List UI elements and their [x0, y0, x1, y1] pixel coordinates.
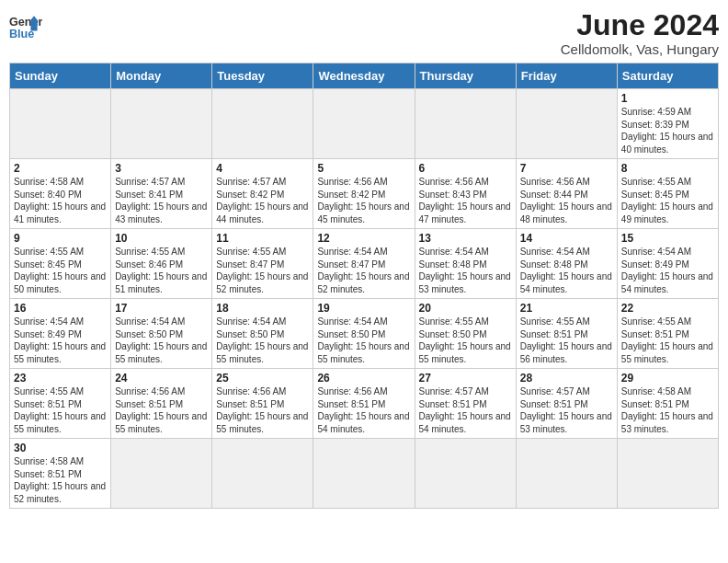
- calendar-cell: [516, 439, 617, 509]
- day-info: Sunrise: 4:54 AM Sunset: 8:49 PM Dayligh…: [621, 246, 714, 295]
- calendar-cell: 16Sunrise: 4:54 AM Sunset: 8:49 PM Dayli…: [10, 299, 111, 369]
- page-title: June 2024: [561, 9, 719, 41]
- day-number: 16: [14, 302, 107, 315]
- day-info: Sunrise: 4:56 AM Sunset: 8:43 PM Dayligh…: [419, 176, 512, 225]
- calendar-cell: 1Sunrise: 4:59 AM Sunset: 8:39 PM Daylig…: [617, 89, 718, 159]
- page-header: General Blue June 2024 Celldomolk, Vas, …: [9, 9, 719, 57]
- calendar-cell: [617, 439, 718, 509]
- calendar-cell: [313, 439, 415, 509]
- calendar-cell: [415, 439, 516, 509]
- calendar-cell: 13Sunrise: 4:54 AM Sunset: 8:48 PM Dayli…: [415, 229, 516, 299]
- logo-icon: General Blue: [9, 9, 42, 42]
- day-number: 14: [520, 232, 613, 245]
- calendar-cell: 9Sunrise: 4:55 AM Sunset: 8:45 PM Daylig…: [10, 229, 111, 299]
- header-day-friday: Friday: [516, 63, 617, 89]
- day-number: 28: [520, 372, 613, 385]
- day-info: Sunrise: 4:57 AM Sunset: 8:42 PM Dayligh…: [216, 176, 309, 225]
- calendar-cell: 21Sunrise: 4:55 AM Sunset: 8:51 PM Dayli…: [516, 299, 617, 369]
- day-info: Sunrise: 4:57 AM Sunset: 8:51 PM Dayligh…: [419, 385, 512, 435]
- day-info: Sunrise: 4:57 AM Sunset: 8:51 PM Dayligh…: [520, 385, 613, 435]
- day-number: 6: [419, 162, 512, 175]
- calendar-cell: 23Sunrise: 4:55 AM Sunset: 8:51 PM Dayli…: [10, 369, 111, 439]
- calendar-cell: 27Sunrise: 4:57 AM Sunset: 8:51 PM Dayli…: [415, 369, 516, 439]
- calendar-cell: [10, 89, 111, 159]
- day-number: 27: [419, 372, 512, 385]
- calendar-cell: 15Sunrise: 4:54 AM Sunset: 8:49 PM Dayli…: [617, 229, 718, 299]
- day-number: 19: [317, 302, 410, 315]
- day-info: Sunrise: 4:57 AM Sunset: 8:41 PM Dayligh…: [115, 176, 208, 225]
- day-info: Sunrise: 4:54 AM Sunset: 8:50 PM Dayligh…: [216, 316, 309, 365]
- calendar-cell: 30Sunrise: 4:58 AM Sunset: 8:51 PM Dayli…: [10, 439, 111, 509]
- calendar-cell: [212, 439, 313, 509]
- page-subtitle: Celldomolk, Vas, Hungary: [561, 41, 719, 57]
- day-number: 1: [621, 92, 714, 105]
- calendar-week-4: 23Sunrise: 4:55 AM Sunset: 8:51 PM Dayli…: [10, 369, 719, 439]
- day-info: Sunrise: 4:55 AM Sunset: 8:45 PM Dayligh…: [621, 176, 714, 225]
- day-info: Sunrise: 4:54 AM Sunset: 8:48 PM Dayligh…: [419, 246, 512, 295]
- day-info: Sunrise: 4:58 AM Sunset: 8:40 PM Dayligh…: [14, 176, 107, 225]
- day-info: Sunrise: 4:56 AM Sunset: 8:42 PM Dayligh…: [317, 176, 410, 225]
- day-number: 7: [520, 162, 613, 175]
- calendar-cell: 3Sunrise: 4:57 AM Sunset: 8:41 PM Daylig…: [111, 159, 212, 229]
- day-info: Sunrise: 4:59 AM Sunset: 8:39 PM Dayligh…: [621, 106, 714, 155]
- day-info: Sunrise: 4:58 AM Sunset: 8:51 PM Dayligh…: [14, 455, 107, 505]
- day-info: Sunrise: 4:56 AM Sunset: 8:44 PM Dayligh…: [520, 176, 613, 225]
- day-info: Sunrise: 4:55 AM Sunset: 8:50 PM Dayligh…: [419, 316, 512, 365]
- header-day-saturday: Saturday: [617, 63, 718, 89]
- day-number: 21: [520, 302, 613, 315]
- day-number: 2: [14, 162, 107, 175]
- day-info: Sunrise: 4:56 AM Sunset: 8:51 PM Dayligh…: [115, 385, 208, 435]
- day-number: 18: [216, 302, 309, 315]
- logo: General Blue: [9, 9, 42, 42]
- calendar-cell: 4Sunrise: 4:57 AM Sunset: 8:42 PM Daylig…: [212, 159, 313, 229]
- calendar-cell: 10Sunrise: 4:55 AM Sunset: 8:46 PM Dayli…: [111, 229, 212, 299]
- day-info: Sunrise: 4:54 AM Sunset: 8:50 PM Dayligh…: [115, 316, 208, 365]
- calendar-cell: 17Sunrise: 4:54 AM Sunset: 8:50 PM Dayli…: [111, 299, 212, 369]
- day-number: 17: [115, 302, 208, 315]
- day-number: 20: [419, 302, 512, 315]
- calendar-cell: 11Sunrise: 4:55 AM Sunset: 8:47 PM Dayli…: [212, 229, 313, 299]
- calendar-cell: 24Sunrise: 4:56 AM Sunset: 8:51 PM Dayli…: [111, 369, 212, 439]
- calendar-week-5: 30Sunrise: 4:58 AM Sunset: 8:51 PM Dayli…: [10, 439, 719, 509]
- day-number: 11: [216, 232, 309, 245]
- day-number: 23: [14, 372, 107, 385]
- header-day-wednesday: Wednesday: [313, 63, 415, 89]
- calendar-cell: 8Sunrise: 4:55 AM Sunset: 8:45 PM Daylig…: [617, 159, 718, 229]
- calendar-cell: 6Sunrise: 4:56 AM Sunset: 8:43 PM Daylig…: [415, 159, 516, 229]
- calendar-cell: [313, 89, 415, 159]
- calendar-cell: 22Sunrise: 4:55 AM Sunset: 8:51 PM Dayli…: [617, 299, 718, 369]
- calendar-cell: 7Sunrise: 4:56 AM Sunset: 8:44 PM Daylig…: [516, 159, 617, 229]
- calendar-cell: [111, 439, 212, 509]
- day-info: Sunrise: 4:56 AM Sunset: 8:51 PM Dayligh…: [216, 385, 309, 435]
- day-info: Sunrise: 4:55 AM Sunset: 8:45 PM Dayligh…: [14, 246, 107, 295]
- header-day-sunday: Sunday: [10, 63, 111, 89]
- svg-text:Blue: Blue: [9, 28, 34, 40]
- calendar-cell: [415, 89, 516, 159]
- header-day-monday: Monday: [111, 63, 212, 89]
- calendar-cell: 28Sunrise: 4:57 AM Sunset: 8:51 PM Dayli…: [516, 369, 617, 439]
- calendar-cell: 29Sunrise: 4:58 AM Sunset: 8:51 PM Dayli…: [617, 369, 718, 439]
- day-number: 30: [14, 442, 107, 454]
- day-number: 12: [317, 232, 410, 245]
- calendar-header-row: SundayMondayTuesdayWednesdayThursdayFrid…: [10, 63, 719, 89]
- calendar-body: 1Sunrise: 4:59 AM Sunset: 8:39 PM Daylig…: [10, 89, 719, 509]
- header-day-tuesday: Tuesday: [212, 63, 313, 89]
- day-info: Sunrise: 4:54 AM Sunset: 8:49 PM Dayligh…: [14, 316, 107, 365]
- day-info: Sunrise: 4:55 AM Sunset: 8:47 PM Dayligh…: [216, 246, 309, 295]
- calendar-cell: 20Sunrise: 4:55 AM Sunset: 8:50 PM Dayli…: [415, 299, 516, 369]
- day-number: 4: [216, 162, 309, 175]
- day-number: 15: [621, 232, 714, 245]
- day-info: Sunrise: 4:54 AM Sunset: 8:48 PM Dayligh…: [520, 246, 613, 295]
- calendar-cell: [212, 89, 313, 159]
- day-number: 22: [621, 302, 714, 315]
- calendar-week-0: 1Sunrise: 4:59 AM Sunset: 8:39 PM Daylig…: [10, 89, 719, 159]
- calendar-week-1: 2Sunrise: 4:58 AM Sunset: 8:40 PM Daylig…: [10, 159, 719, 229]
- calendar-table: SundayMondayTuesdayWednesdayThursdayFrid…: [9, 63, 719, 509]
- calendar-cell: 14Sunrise: 4:54 AM Sunset: 8:48 PM Dayli…: [516, 229, 617, 299]
- calendar-cell: 5Sunrise: 4:56 AM Sunset: 8:42 PM Daylig…: [313, 159, 415, 229]
- calendar-week-3: 16Sunrise: 4:54 AM Sunset: 8:49 PM Dayli…: [10, 299, 719, 369]
- day-info: Sunrise: 4:55 AM Sunset: 8:51 PM Dayligh…: [621, 316, 714, 365]
- day-number: 26: [317, 372, 410, 385]
- day-number: 3: [115, 162, 208, 175]
- day-number: 13: [419, 232, 512, 245]
